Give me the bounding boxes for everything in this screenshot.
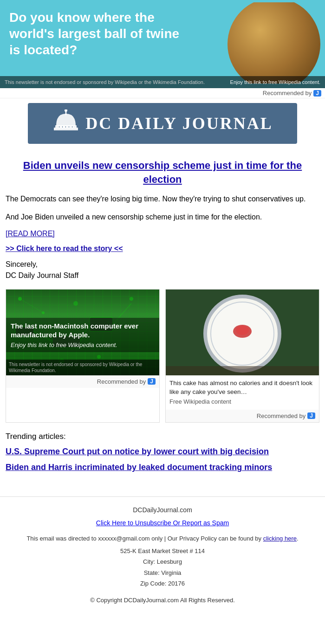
top-banner: Do you know where the world's largest ba… bbox=[0, 0, 325, 88]
svg-rect-4 bbox=[65, 126, 66, 128]
article-body-1: The Democrats can see they're losing big… bbox=[6, 193, 319, 205]
svg-rect-6 bbox=[72, 126, 73, 128]
logo-section: DC DAILY JOURNAL bbox=[0, 98, 325, 148]
main-content: Biden unveils new censorship scheme just… bbox=[0, 148, 325, 483]
footer-email-text: This email was directed to xxxxxx@gmail.… bbox=[26, 535, 261, 542]
article-body-2: And Joe Biden unveiled a new censorship … bbox=[6, 212, 319, 223]
ad-card-right[interactable]: This cake has almost no calories and it … bbox=[165, 289, 319, 423]
article-title-link[interactable]: Biden unveils new censorship scheme just… bbox=[23, 160, 302, 185]
ad-left-j-badge: J bbox=[148, 378, 156, 385]
ad-card-left-image: The last non-Macintosh computer ever man… bbox=[6, 290, 159, 375]
article-title[interactable]: Biden unveils new censorship scheme just… bbox=[6, 159, 319, 186]
svg-rect-28 bbox=[166, 366, 319, 375]
footer-site: DCDailyJournal.com bbox=[5, 506, 320, 514]
footer: DCDailyJournal.com Click Here to Unsubsc… bbox=[0, 496, 325, 613]
logo-text: DC DAILY JOURNAL bbox=[85, 114, 273, 133]
ad-card-right-bottom: Recommended by J bbox=[166, 410, 319, 422]
read-more-link[interactable]: [READ MORE] bbox=[6, 230, 319, 238]
plate-svg bbox=[166, 290, 319, 375]
ad-card-right-caption: This cake has almost no calories and it … bbox=[166, 375, 319, 410]
svg-rect-2 bbox=[58, 126, 60, 128]
svg-point-8 bbox=[65, 109, 67, 111]
address-line-4: Zip Code: 20176 bbox=[5, 578, 320, 589]
logo-wrapper: DC DAILY JOURNAL bbox=[28, 103, 297, 144]
recommended-by-label: Recommended by bbox=[263, 90, 312, 97]
ad-cards: The last non-Macintosh computer ever man… bbox=[6, 289, 319, 423]
trending-link-1[interactable]: U.S. Supreme Court put on notice by lowe… bbox=[6, 446, 319, 457]
dome-icon bbox=[52, 109, 80, 137]
ad-card-right-wiki-label: Free Wikipedia content bbox=[169, 398, 315, 406]
trending-link-2[interactable]: Biden and Harris incriminated by leaked … bbox=[6, 462, 319, 473]
ad-card-right-caption-text: This cake has almost no calories and it … bbox=[169, 379, 315, 397]
footer-address: 525-K East Market Street # 114 City: Lee… bbox=[5, 546, 320, 589]
svg-point-21 bbox=[97, 355, 101, 359]
click-story-link[interactable]: >> Click here to read the story << bbox=[6, 245, 319, 253]
banner-disclaimer: This newsletter is not endorsed or spons… bbox=[5, 79, 205, 85]
ad-card-right-image bbox=[166, 290, 319, 375]
privacy-policy-link[interactable]: clicking here bbox=[263, 535, 297, 542]
ad-card-right-recommended: Recommended by bbox=[257, 412, 306, 419]
ad-right-j-badge: J bbox=[307, 412, 315, 419]
svg-point-13 bbox=[130, 297, 133, 301]
j-badge: J bbox=[313, 90, 321, 97]
ball-sphere bbox=[228, 2, 320, 84]
svg-rect-5 bbox=[68, 126, 70, 128]
banner-wiki-link: Enjoy this link to free Wikipedia conten… bbox=[230, 79, 320, 85]
svg-point-11 bbox=[73, 301, 78, 306]
ad-card-overlay-wiki: Enjoy this link to free Wikipedia conten… bbox=[11, 341, 155, 348]
ad-card-overlay-title: The last non-Macintosh computer ever man… bbox=[11, 322, 155, 340]
ad-card-left-bottom: Recommended by J bbox=[6, 375, 159, 388]
footer-copyright: © Copyright DCDailyJournal.com All Right… bbox=[5, 597, 320, 604]
staff-name: DC Daily Journal Staff bbox=[6, 271, 319, 280]
trending-section: Trending articles: U.S. Supreme Court pu… bbox=[6, 432, 319, 473]
svg-rect-3 bbox=[62, 126, 63, 128]
banner-ball-image bbox=[186, 2, 320, 84]
ad-card-text-overlay: The last non-Macintosh computer ever man… bbox=[6, 318, 159, 352]
footer-unsub[interactable]: Click Here to Unsubscribe Or Report as S… bbox=[5, 519, 320, 527]
footer-email-info: This email was directed to xxxxxx@gmail.… bbox=[5, 534, 320, 543]
ad-card-left-recommended: Recommended by bbox=[97, 378, 146, 385]
svg-line-22 bbox=[20, 299, 43, 313]
address-line-2: City: Leesburg bbox=[5, 556, 320, 567]
address-line-1: 525-K East Market Street # 114 bbox=[5, 546, 320, 556]
trending-label: Trending articles: bbox=[6, 432, 319, 441]
unsubscribe-link[interactable]: Click Here to Unsubscribe Or Report as S… bbox=[96, 519, 229, 527]
sincerely-text: Sincerely, bbox=[6, 260, 319, 269]
ad-card-left-disclaimer: This newsletter is not endorsed or spons… bbox=[6, 360, 159, 375]
banner-text-block: Do you know where the world's largest ba… bbox=[9, 9, 181, 58]
banner-headline: Do you know where the world's largest ba… bbox=[9, 9, 181, 58]
recommended-by-bar: Recommended by J bbox=[0, 88, 325, 98]
address-line-3: State: Virginia bbox=[5, 567, 320, 578]
svg-point-27 bbox=[236, 326, 249, 335]
banner-bottom-bar: This newsletter is not endorsed or spons… bbox=[0, 76, 325, 88]
ad-card-left[interactable]: The last non-Macintosh computer ever man… bbox=[6, 289, 160, 423]
